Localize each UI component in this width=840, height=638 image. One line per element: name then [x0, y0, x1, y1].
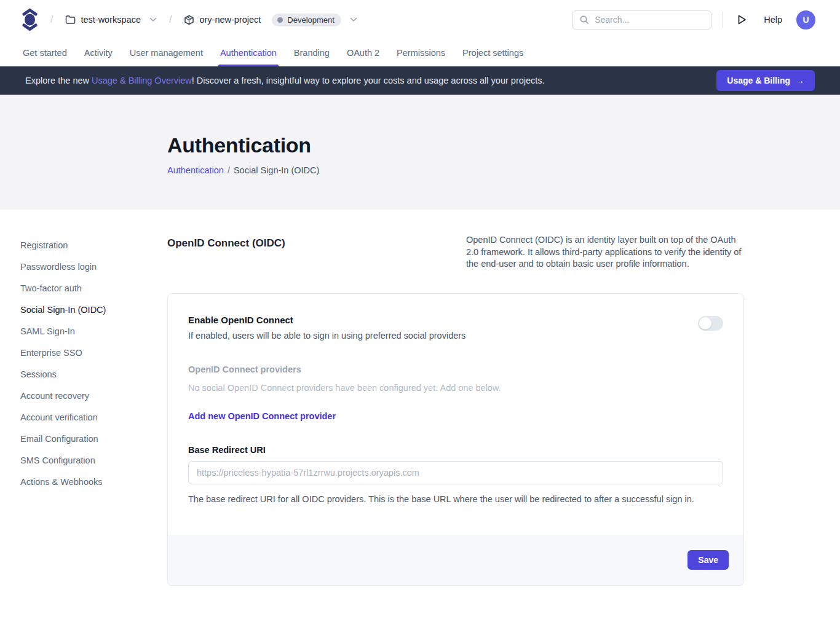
breadcrumb-separator: /	[228, 165, 230, 175]
environment-badge: Development	[272, 14, 341, 26]
header-divider	[723, 12, 723, 28]
ory-logo-icon[interactable]	[22, 8, 38, 31]
sidebar-item-two-factor-auth[interactable]: Two-factor auth	[20, 280, 167, 297]
usage-billing-button[interactable]: Usage & Billing →	[716, 70, 815, 91]
enable-oidc-toggle[interactable]	[698, 316, 723, 331]
enable-oidc-label: Enable OpenID Connect	[188, 315, 466, 325]
workspace-selector[interactable]: test-workspace	[65, 15, 157, 25]
breadcrumb-authentication-link[interactable]: Authentication	[167, 165, 224, 175]
breadcrumb-separator: /	[169, 14, 172, 25]
settings-sidebar: Registration Passwordless login Two-fact…	[20, 234, 167, 586]
add-oidc-provider-link[interactable]: Add new OpenID Connect provider	[188, 411, 336, 421]
base-redirect-uri-input[interactable]	[188, 461, 723, 484]
page-title: Authentication	[167, 133, 840, 157]
banner-text-after: ! Discover a fresh, insightful way to ex…	[192, 76, 545, 85]
sidebar-item-sessions[interactable]: Sessions	[20, 366, 167, 383]
tab-project-settings[interactable]: Project settings	[462, 39, 523, 66]
toggle-knob-icon	[699, 317, 711, 329]
package-icon	[184, 15, 194, 25]
card-footer: Save	[168, 535, 743, 585]
environment-label: Development	[287, 15, 335, 25]
sidebar-item-passwordless-login[interactable]: Passwordless login	[20, 258, 167, 275]
banner-text: Explore the new Usage & Billing Overview…	[25, 76, 545, 85]
tab-oauth2[interactable]: OAuth 2	[347, 39, 379, 66]
enable-oidc-row: Enable OpenID Connect If enabled, users …	[188, 315, 723, 341]
breadcrumb-current: Social Sign-In (OIDC)	[234, 165, 319, 175]
sidebar-item-saml-sign-in[interactable]: SAML Sign-In	[20, 323, 167, 340]
sidebar-item-social-sign-in-oidc[interactable]: Social Sign-In (OIDC)	[20, 301, 167, 318]
section-description: OpenID Connect (OIDC) is an identity lay…	[466, 234, 744, 270]
chevron-down-icon	[350, 17, 357, 22]
sidebar-item-actions-webhooks[interactable]: Actions & Webhooks	[20, 473, 167, 490]
oidc-settings-card: Enable OpenID Connect If enabled, users …	[167, 293, 744, 586]
base-redirect-uri-help: The base redirect URI for all OIDC provi…	[188, 494, 723, 504]
tab-user-management[interactable]: User management	[130, 39, 203, 66]
sidebar-item-account-verification[interactable]: Account verification	[20, 409, 167, 426]
sidebar-item-registration[interactable]: Registration	[20, 237, 167, 254]
sidebar-item-enterprise-sso[interactable]: Enterprise SSO	[20, 344, 167, 361]
section-title: OpenID Connect (OIDC)	[167, 234, 285, 250]
top-header: / test-workspace / ory-new-project Devel…	[0, 0, 840, 39]
header-actions: Help U	[572, 10, 815, 30]
enable-oidc-description: If enabled, users will be able to sign i…	[188, 331, 466, 341]
base-redirect-uri-label: Base Redirect URI	[188, 445, 723, 455]
project-nav-tabs: Get started Activity User management Aut…	[0, 39, 840, 66]
chevron-down-icon	[149, 17, 157, 22]
providers-empty-message: No social OpenID Connect providers have …	[188, 383, 723, 393]
project-name: ory-new-project	[199, 15, 261, 25]
main-panel: OpenID Connect (OIDC) OpenID Connect (OI…	[167, 234, 744, 586]
workspace-name: test-workspace	[81, 15, 141, 25]
enable-oidc-text: Enable OpenID Connect If enabled, users …	[188, 315, 466, 341]
banner-text-before: Explore the new	[25, 76, 92, 85]
section-header: OpenID Connect (OIDC) OpenID Connect (OI…	[167, 234, 744, 270]
breadcrumb-separator: /	[50, 14, 53, 25]
oidc-card-body: Enable OpenID Connect If enabled, users …	[168, 294, 743, 535]
folder-icon	[65, 15, 76, 25]
help-button[interactable]: Help	[764, 15, 782, 25]
arrow-right-icon: →	[796, 76, 804, 85]
tab-activity[interactable]: Activity	[84, 39, 113, 66]
search-input[interactable]	[595, 15, 704, 25]
run-console-icon[interactable]	[737, 14, 747, 25]
search-icon	[579, 15, 589, 25]
sidebar-item-email-configuration[interactable]: Email Configuration	[20, 430, 167, 447]
announcement-banner: Explore the new Usage & Billing Overview…	[0, 66, 840, 95]
tab-get-started[interactable]: Get started	[23, 39, 67, 66]
usage-billing-overview-link[interactable]: Usage & Billing Overview	[92, 76, 192, 85]
save-button[interactable]: Save	[687, 550, 729, 570]
project-selector[interactable]: ory-new-project Development	[184, 14, 357, 26]
environment-dot-icon	[277, 17, 283, 23]
tab-authentication[interactable]: Authentication	[220, 39, 277, 66]
user-avatar[interactable]: U	[796, 10, 815, 30]
content-area: Registration Passwordless login Two-fact…	[0, 210, 840, 586]
tab-permissions[interactable]: Permissions	[397, 39, 445, 66]
sidebar-item-sms-configuration[interactable]: SMS Configuration	[20, 452, 167, 469]
providers-section-label: OpenID Connect providers	[188, 364, 723, 374]
usage-billing-button-label: Usage & Billing	[727, 76, 790, 85]
page-hero: Authentication Authentication/Social Sig…	[0, 95, 840, 210]
tab-branding[interactable]: Branding	[294, 39, 330, 66]
sidebar-item-account-recovery[interactable]: Account recovery	[20, 387, 167, 404]
breadcrumb: Authentication/Social Sign-In (OIDC)	[167, 165, 840, 175]
search-box[interactable]	[572, 10, 711, 30]
